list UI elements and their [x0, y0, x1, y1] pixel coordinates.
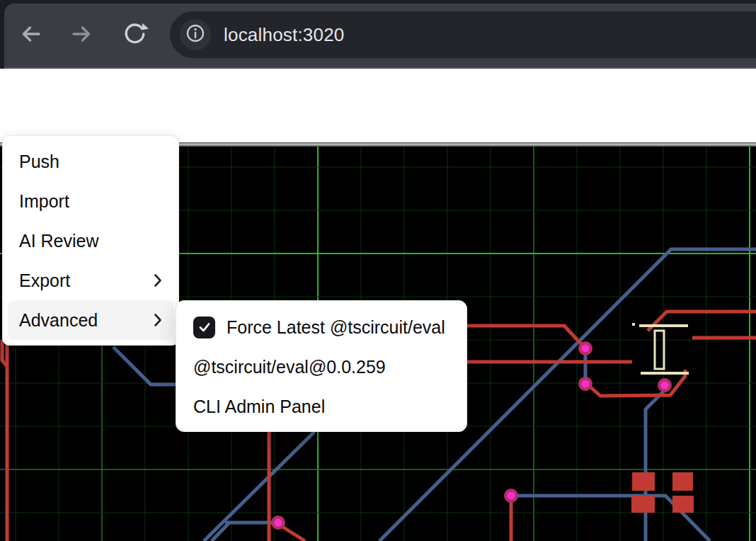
info-icon [185, 23, 206, 47]
menu-item-label: Push [19, 152, 59, 172]
menu-item-label: Import [19, 191, 69, 212]
forward-button[interactable] [67, 21, 97, 50]
submenu-item-cli-admin-panel[interactable]: CLI Admin Panel [176, 387, 466, 426]
menu-item-advanced[interactable]: Advanced [8, 300, 173, 340]
url-text[interactable]: localhost:3020 [224, 11, 344, 58]
checkbox-checked[interactable] [193, 317, 215, 338]
chevron-right-icon [154, 312, 162, 329]
submenu-item-label: Force Latest @tscircuit/eval [227, 317, 445, 338]
submenu-item-tscircuit-eval-0-0-259[interactable]: @tscircuit/eval@0.0.259 [176, 347, 466, 387]
submenu-item-force-latest-tscircuit-eval[interactable]: Force Latest @tscircuit/eval [176, 307, 466, 347]
menu-item-label: AI Review [19, 231, 99, 251]
submenu-item-label: @tscircuit/eval@0.0.259 [193, 357, 386, 377]
chevron-right-icon [154, 272, 162, 289]
advanced-submenu: Force Latest @tscircuit/eval@tscircuit/e… [176, 300, 467, 432]
browser-window: localhost:3020 File PushImportAI ReviewE… [0, 0, 756, 541]
reload-icon [120, 20, 149, 51]
file-menu: PushImportAI ReviewExportAdvanced [2, 135, 179, 346]
browser-toolbar: localhost:3020 [0, 0, 756, 69]
menu-item-label: Export [19, 270, 70, 291]
address-bar[interactable]: localhost:3020 [170, 11, 756, 58]
menu-item-import[interactable]: Import [8, 181, 173, 221]
page-header: File [0, 69, 756, 142]
site-info-button[interactable] [180, 19, 211, 50]
menu-item-label: Advanced [19, 310, 98, 331]
submenu-item-label: CLI Admin Panel [193, 397, 325, 417]
back-button[interactable] [16, 21, 45, 50]
menu-item-export[interactable]: Export [8, 261, 173, 300]
arrow-left-icon [16, 20, 45, 51]
arrow-right-icon [68, 20, 96, 51]
menu-item-ai-review[interactable]: AI Review [8, 221, 173, 261]
reload-button[interactable] [120, 21, 149, 50]
menu-item-push[interactable]: Push [8, 142, 173, 181]
